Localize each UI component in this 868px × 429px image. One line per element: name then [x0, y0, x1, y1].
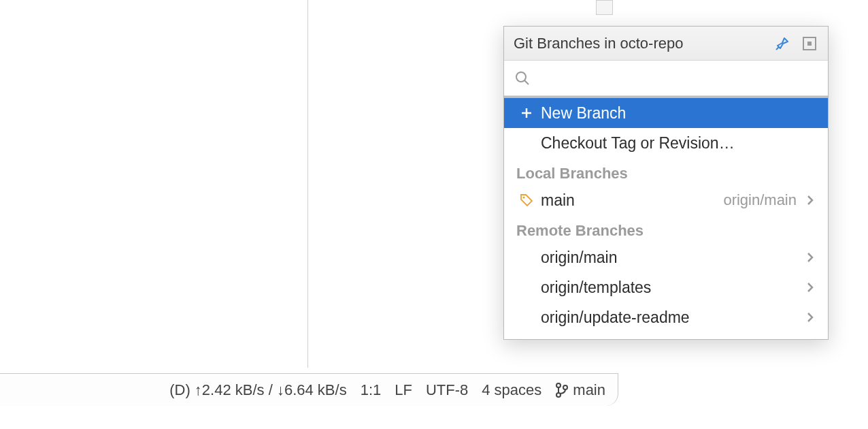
svg-point-1	[556, 393, 561, 397]
svg-point-0	[556, 383, 561, 387]
local-branch-main[interactable]: main origin/main	[504, 185, 828, 215]
svg-point-2	[563, 385, 567, 390]
remote-branch-origin-main[interactable]: origin/main	[504, 242, 828, 272]
remote-branch-origin-update-readme[interactable]: origin/update-readme	[504, 302, 828, 332]
new-branch-label: New Branch	[541, 104, 816, 123]
remote-branch-name: origin/main	[541, 249, 805, 267]
checkout-tag-label: Checkout Tag or Revision…	[541, 134, 816, 153]
remote-branch-name: origin/templates	[541, 279, 805, 297]
status-network[interactable]: (D) ↑2.42 kB/s / ↓6.64 kB/s	[169, 381, 346, 399]
remote-branch-origin-templates[interactable]: origin/templates	[504, 272, 828, 302]
status-branch-name: main	[573, 381, 605, 399]
editor-guide-line	[307, 0, 308, 368]
popup-header: Git Branches in octo-repo	[504, 27, 828, 61]
branch-icon	[555, 382, 569, 398]
popup-body: New Branch Checkout Tag or Revision… Loc…	[504, 98, 828, 339]
scroll-marker[interactable]	[596, 0, 613, 15]
chevron-right-icon	[805, 194, 816, 206]
local-branch-tracking: origin/main	[723, 191, 797, 209]
tag-icon	[516, 193, 537, 207]
remote-branches-header: Remote Branches	[504, 215, 828, 242]
chevron-right-icon	[805, 251, 816, 264]
status-line-separator[interactable]: LF	[395, 381, 412, 399]
new-branch-item[interactable]: New Branch	[504, 98, 828, 128]
status-encoding[interactable]: UTF-8	[426, 381, 468, 399]
resize-icon	[802, 36, 817, 51]
local-branch-name: main	[541, 191, 723, 210]
pin-button[interactable]	[773, 35, 791, 52]
status-git-branch[interactable]: main	[555, 381, 605, 399]
status-indent[interactable]: 4 spaces	[482, 381, 541, 399]
pin-icon	[775, 36, 790, 51]
popup-search-input[interactable]	[538, 69, 817, 87]
remote-branch-name: origin/update-readme	[541, 308, 805, 327]
popup-title: Git Branches in octo-repo	[514, 35, 764, 52]
svg-point-6	[522, 196, 524, 198]
svg-rect-4	[807, 42, 812, 46]
resize-button[interactable]	[801, 35, 818, 52]
plus-icon	[516, 107, 537, 119]
chevron-right-icon	[805, 281, 816, 293]
svg-point-5	[516, 72, 526, 82]
status-bar: (D) ↑2.42 kB/s / ↓6.64 kB/s 1:1 LF UTF-8…	[0, 373, 618, 406]
chevron-right-icon	[805, 311, 816, 323]
local-branches-header: Local Branches	[504, 158, 828, 185]
search-icon	[515, 71, 530, 86]
popup-search-row	[504, 61, 828, 96]
checkout-tag-item[interactable]: Checkout Tag or Revision…	[504, 128, 828, 158]
git-branches-popup: Git Branches in octo-repo New Branc	[503, 26, 829, 340]
status-cursor[interactable]: 1:1	[361, 381, 382, 399]
